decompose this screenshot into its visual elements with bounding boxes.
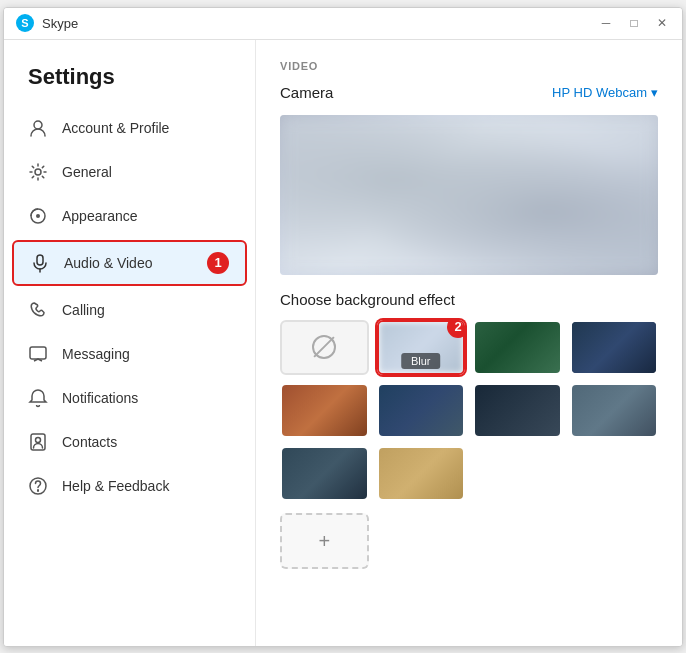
app-window: S Skype ─ □ ✕ Settings Account & Profile bbox=[3, 7, 683, 647]
bg-effect-6[interactable] bbox=[570, 383, 659, 438]
bg-effect-3[interactable] bbox=[280, 383, 369, 438]
bg-effect-7[interactable] bbox=[280, 446, 369, 501]
video-preview bbox=[280, 115, 658, 275]
svg-point-2 bbox=[34, 121, 42, 129]
sidebar-item-contacts[interactable]: Contacts bbox=[4, 420, 255, 464]
sidebar-item-general[interactable]: General bbox=[4, 150, 255, 194]
content-area: Settings Account & Profile bbox=[4, 40, 682, 646]
sidebar-item-messaging[interactable]: Messaging bbox=[4, 332, 255, 376]
gear-icon bbox=[28, 162, 48, 182]
sidebar-item-appearance[interactable]: Appearance bbox=[4, 194, 255, 238]
add-button-container: + bbox=[280, 513, 369, 568]
blur-badge: 2 bbox=[447, 320, 465, 338]
general-label: General bbox=[62, 164, 112, 180]
appearance-icon bbox=[28, 206, 48, 226]
section-label: VIDEO bbox=[280, 60, 658, 72]
account-label: Account & Profile bbox=[62, 120, 169, 136]
help-label: Help & Feedback bbox=[62, 478, 169, 494]
window-controls: ─ □ ✕ bbox=[598, 16, 670, 30]
bg-thumbnail-2 bbox=[572, 322, 657, 373]
bg-effect-2[interactable] bbox=[570, 320, 659, 375]
close-button[interactable]: ✕ bbox=[654, 16, 670, 30]
notifications-label: Notifications bbox=[62, 390, 138, 406]
sidebar-item-calling[interactable]: Calling bbox=[4, 288, 255, 332]
add-background-button[interactable]: + bbox=[280, 513, 369, 568]
blur-label: Blur bbox=[401, 353, 441, 369]
minimize-button[interactable]: ─ bbox=[598, 16, 614, 30]
bg-effect-5[interactable] bbox=[473, 383, 562, 438]
bg-effect-title: Choose background effect bbox=[280, 291, 658, 308]
sidebar-item-help[interactable]: Help & Feedback bbox=[4, 464, 255, 508]
app-icon: S bbox=[16, 14, 34, 32]
camera-row: Camera HP HD Webcam ▾ bbox=[280, 84, 658, 101]
svg-rect-6 bbox=[37, 255, 43, 265]
camera-select[interactable]: HP HD Webcam ▾ bbox=[552, 85, 658, 100]
svg-text:S: S bbox=[21, 17, 28, 29]
help-icon bbox=[28, 476, 48, 496]
titlebar: S Skype ─ □ ✕ bbox=[4, 8, 682, 40]
sidebar-item-audio-video[interactable]: Audio & Video 1 bbox=[12, 240, 247, 286]
chevron-down-icon: ▾ bbox=[651, 85, 658, 100]
person-icon bbox=[28, 118, 48, 138]
bg-thumbnail-4 bbox=[379, 385, 464, 436]
bg-effect-blur[interactable]: Blur 2 bbox=[377, 320, 466, 375]
main-panel: VIDEO Camera HP HD Webcam ▾ Choose backg… bbox=[256, 40, 682, 646]
bg-thumbnail-7 bbox=[282, 448, 367, 499]
chat-icon bbox=[28, 344, 48, 364]
sidebar-item-account[interactable]: Account & Profile bbox=[4, 106, 255, 150]
svg-rect-8 bbox=[30, 347, 46, 359]
settings-title: Settings bbox=[4, 40, 255, 106]
appearance-label: Appearance bbox=[62, 208, 138, 224]
sidebar-item-notifications[interactable]: Notifications bbox=[4, 376, 255, 420]
bell-icon bbox=[28, 388, 48, 408]
svg-point-5 bbox=[36, 214, 40, 218]
bg-thumbnail-6 bbox=[572, 385, 657, 436]
bg-thumbnail-5 bbox=[475, 385, 560, 436]
svg-point-3 bbox=[35, 169, 41, 175]
svg-point-10 bbox=[36, 437, 41, 442]
phone-icon bbox=[28, 300, 48, 320]
camera-label: Camera bbox=[280, 84, 333, 101]
sidebar: Settings Account & Profile bbox=[4, 40, 256, 646]
bg-effect-1[interactable] bbox=[473, 320, 562, 375]
plus-icon: + bbox=[318, 530, 330, 553]
maximize-button[interactable]: □ bbox=[626, 16, 642, 30]
bg-thumbnail-3 bbox=[282, 385, 367, 436]
bg-thumbnail-1 bbox=[475, 322, 560, 373]
no-effect-icon bbox=[312, 335, 336, 359]
contacts-label: Contacts bbox=[62, 434, 117, 450]
bg-effect-4[interactable] bbox=[377, 383, 466, 438]
camera-value: HP HD Webcam bbox=[552, 85, 647, 100]
calling-label: Calling bbox=[62, 302, 105, 318]
contacts-icon bbox=[28, 432, 48, 452]
mic-icon bbox=[30, 253, 50, 273]
bg-effect-8[interactable] bbox=[377, 446, 466, 501]
video-blur-overlay bbox=[280, 115, 658, 275]
bg-effect-none[interactable] bbox=[280, 320, 369, 375]
bg-effects-grid: Blur 2 bbox=[280, 320, 658, 502]
audio-video-label: Audio & Video bbox=[64, 255, 152, 271]
messaging-label: Messaging bbox=[62, 346, 130, 362]
audio-video-badge: 1 bbox=[207, 252, 229, 274]
bg-thumbnail-8 bbox=[379, 448, 464, 499]
window-title: Skype bbox=[42, 16, 598, 31]
